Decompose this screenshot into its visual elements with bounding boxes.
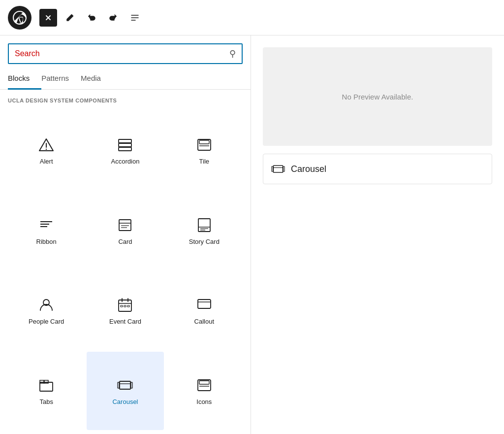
search-container: ⚲ [0, 35, 251, 64]
block-item-callout[interactable]: Callout [166, 272, 243, 350]
search-input[interactable] [15, 49, 225, 58]
block-label-people-card: People Card [29, 318, 64, 325]
close-button[interactable] [39, 9, 57, 27]
component-name: Carousel [291, 164, 326, 174]
block-item-tabs[interactable]: Tabs [8, 352, 85, 430]
section-header: UCLA DESIGN SYSTEM COMPONENTS [0, 90, 251, 107]
block-label-carousel: Carousel [112, 398, 138, 405]
no-preview-text: No Preview Available. [342, 93, 413, 101]
alert-icon [37, 136, 55, 154]
svg-rect-27 [127, 305, 129, 307]
block-label-ribbon: Ribbon [36, 238, 57, 245]
svg-rect-37 [198, 380, 211, 391]
svg-point-2 [46, 149, 47, 150]
block-item-card[interactable]: Card [87, 192, 163, 270]
svg-rect-33 [120, 381, 130, 389]
main-content: ⚲ Blocks Patterns Media UCLA DESIGN SYST… [0, 35, 504, 434]
block-item-carousel[interactable]: Carousel [87, 352, 163, 430]
tabs-row: Blocks Patterns Media [0, 64, 251, 90]
preview-area: No Preview Available. [263, 47, 492, 146]
component-info-carousel-icon [271, 162, 285, 176]
svg-rect-43 [284, 167, 285, 172]
story-card-icon [195, 216, 213, 234]
block-label-icons: Icons [196, 398, 212, 405]
search-box: ⚲ [8, 43, 243, 64]
wordpress-logo [8, 6, 32, 30]
card-icon [116, 216, 134, 234]
block-label-event-card: Event Card [109, 318, 141, 325]
block-label-tabs: Tabs [39, 398, 53, 405]
svg-rect-3 [119, 139, 131, 143]
block-item-people-card[interactable]: People Card [8, 272, 85, 350]
block-label-accordion: Accordion [111, 158, 140, 165]
event-card-icon [116, 296, 134, 314]
svg-rect-40 [273, 166, 283, 172]
tile-icon [195, 136, 213, 154]
svg-rect-31 [40, 380, 44, 383]
block-item-accordion[interactable]: Accordion [87, 111, 163, 190]
tab-media[interactable]: Media [81, 70, 113, 90]
svg-rect-25 [121, 305, 123, 307]
svg-rect-12 [119, 220, 131, 231]
tab-patterns[interactable]: Patterns [41, 70, 81, 90]
ribbon-icon [37, 216, 55, 234]
component-info: Carousel [263, 154, 492, 184]
svg-rect-6 [198, 139, 211, 150]
svg-rect-5 [119, 147, 131, 151]
block-label-story-card: Story Card [189, 238, 220, 245]
block-item-story-card[interactable]: Story Card [166, 192, 243, 270]
carousel-icon [116, 376, 134, 394]
tab-blocks[interactable]: Blocks [8, 70, 41, 90]
undo-icon[interactable] [83, 9, 100, 27]
block-item-ribbon[interactable]: Ribbon [8, 192, 85, 270]
icons-icon [195, 376, 213, 394]
callout-icon [195, 296, 213, 314]
left-panel: ⚲ Blocks Patterns Media UCLA DESIGN SYST… [0, 35, 251, 434]
svg-rect-32 [44, 380, 48, 383]
svg-rect-35 [118, 382, 119, 388]
block-item-alert[interactable]: Alert [8, 111, 85, 190]
svg-rect-4 [119, 143, 131, 147]
block-label-tile: Tile [199, 158, 209, 165]
svg-rect-26 [124, 305, 126, 307]
document-overview-icon[interactable] [126, 9, 144, 27]
block-label-card: Card [118, 238, 132, 245]
block-item-icons[interactable]: Icons [166, 352, 243, 430]
search-icon: ⚲ [229, 48, 236, 59]
block-item-event-card[interactable]: Event Card [87, 272, 163, 350]
blocks-grid: Alert Accordion [0, 107, 251, 434]
right-panel: No Preview Available. Carousel [251, 35, 504, 434]
block-label-callout: Callout [194, 318, 214, 325]
tabs-icon [37, 376, 55, 394]
svg-rect-42 [272, 167, 273, 172]
redo-icon[interactable] [104, 9, 122, 27]
accordion-icon [116, 136, 134, 154]
svg-rect-7 [199, 140, 209, 144]
svg-rect-38 [199, 381, 209, 384]
block-label-alert: Alert [40, 158, 53, 165]
svg-rect-28 [198, 300, 211, 308]
edit-icon[interactable] [61, 9, 79, 27]
block-item-tile[interactable]: Tile [166, 111, 243, 190]
svg-rect-16 [198, 219, 210, 232]
topbar [0, 0, 504, 35]
people-card-icon [37, 296, 55, 314]
svg-rect-36 [131, 382, 132, 388]
